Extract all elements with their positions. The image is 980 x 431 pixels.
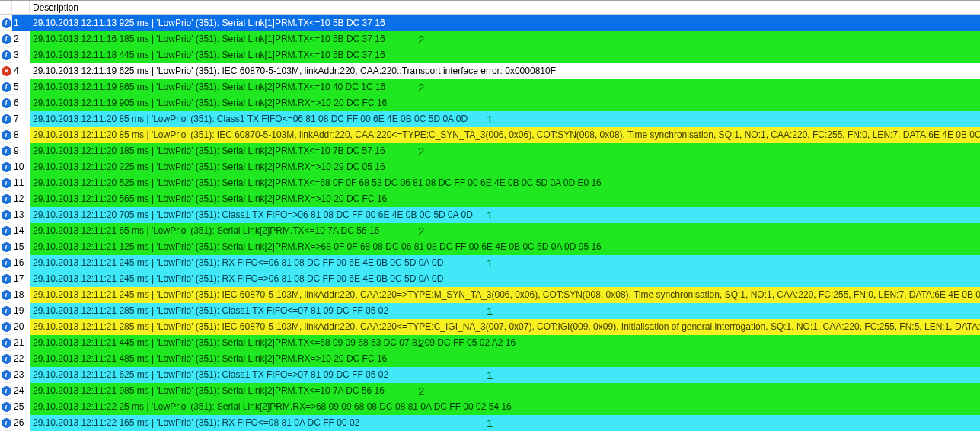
row-icon-cell bbox=[0, 34, 12, 44]
header-icon-col[interactable] bbox=[0, 1, 12, 14]
error-icon bbox=[2, 66, 11, 76]
info-icon bbox=[2, 114, 11, 124]
row-text: 29.10.2013 12:11:21 285 ms | 'LowPrio' (… bbox=[33, 321, 980, 332]
row-description: 29.10.2013 12:11:21 985 ms | 'LowPrio' (… bbox=[30, 383, 980, 399]
row-number: 6 bbox=[12, 95, 30, 111]
row-text: 29.10.2013 12:11:21 245 ms | 'LowPrio' (… bbox=[33, 257, 443, 268]
log-row[interactable]: 829.10.2013 12:11:20 85 ms | 'LowPrio' (… bbox=[0, 127, 980, 143]
row-number: 21 bbox=[12, 335, 30, 351]
row-text: 29.10.2013 12:11:20 705 ms | 'LowPrio' (… bbox=[33, 209, 473, 220]
log-row[interactable]: 2629.10.2013 12:11:22 165 ms | 'LowPrio'… bbox=[0, 415, 980, 431]
row-description: 29.10.2013 12:11:20 225 ms | 'LowPrio' (… bbox=[30, 159, 980, 175]
row-description: 29.10.2013 12:11:19 865 ms | 'LowPrio' (… bbox=[30, 79, 980, 95]
row-icon-cell bbox=[0, 162, 12, 172]
row-description: 29.10.2013 12:11:21 245 ms | 'LowPrio' (… bbox=[30, 255, 980, 271]
log-row[interactable]: 1029.10.2013 12:11:20 225 ms | 'LowPrio'… bbox=[0, 159, 980, 175]
row-description: 29.10.2013 12:11:21 445 ms | 'LowPrio' (… bbox=[30, 335, 980, 351]
row-text: 29.10.2013 12:11:22 25 ms | 'LowPrio' (3… bbox=[33, 401, 512, 412]
log-row[interactable]: 1329.10.2013 12:11:20 705 ms | 'LowPrio'… bbox=[0, 207, 980, 223]
row-number: 15 bbox=[12, 239, 30, 255]
log-row[interactable]: 2529.10.2013 12:11:22 25 ms | 'LowPrio' … bbox=[0, 399, 980, 415]
row-annotation: 2 bbox=[418, 383, 424, 399]
row-number: 18 bbox=[12, 287, 30, 303]
log-row[interactable]: 1729.10.2013 12:11:21 245 ms | 'LowPrio'… bbox=[0, 271, 980, 287]
log-row[interactable]: 529.10.2013 12:11:19 865 ms | 'LowPrio' … bbox=[0, 79, 980, 95]
info-icon bbox=[2, 274, 11, 284]
row-text: 29.10.2013 12:11:20 85 ms | 'LowPrio' (3… bbox=[33, 113, 468, 124]
info-icon bbox=[2, 98, 11, 108]
info-icon bbox=[2, 354, 11, 364]
row-text: 29.10.2013 12:11:21 625 ms | 'LowPrio' (… bbox=[33, 369, 388, 380]
row-description: 29.10.2013 12:11:21 285 ms | 'LowPrio' (… bbox=[30, 319, 980, 335]
row-icon-cell bbox=[0, 370, 12, 380]
log-row[interactable]: 2329.10.2013 12:11:21 625 ms | 'LowPrio'… bbox=[0, 367, 980, 383]
info-icon bbox=[2, 194, 11, 204]
row-number: 7 bbox=[12, 111, 30, 127]
row-number: 2 bbox=[12, 31, 30, 47]
log-row[interactable]: 329.10.2013 12:11:18 445 ms | 'LowPrio' … bbox=[0, 47, 980, 63]
row-annotation: 1 bbox=[487, 207, 493, 223]
row-text: 29.10.2013 12:11:21 285 ms | 'LowPrio' (… bbox=[33, 305, 388, 316]
row-annotation: 1 bbox=[487, 367, 493, 383]
row-description: 29.10.2013 12:11:22 165 ms | 'LowPrio' (… bbox=[30, 415, 980, 431]
row-description: 29.10.2013 12:11:20 85 ms | 'LowPrio' (3… bbox=[30, 127, 980, 143]
row-number: 20 bbox=[12, 319, 30, 335]
log-row[interactable]: 729.10.2013 12:11:20 85 ms | 'LowPrio' (… bbox=[0, 111, 980, 127]
info-icon bbox=[2, 306, 11, 316]
log-row[interactable]: 1229.10.2013 12:11:20 565 ms | 'LowPrio'… bbox=[0, 191, 980, 207]
log-row[interactable]: 1529.10.2013 12:11:21 125 ms | 'LowPrio'… bbox=[0, 239, 980, 255]
row-text: 29.10.2013 12:11:21 125 ms | 'LowPrio' (… bbox=[33, 241, 602, 252]
log-row[interactable]: 2429.10.2013 12:11:21 985 ms | 'LowPrio'… bbox=[0, 383, 980, 399]
row-icon-cell bbox=[0, 258, 12, 268]
header-description-col[interactable]: Description bbox=[30, 1, 980, 15]
info-icon bbox=[2, 178, 11, 188]
log-row[interactable]: 1129.10.2013 12:11:20 525 ms | 'LowPrio'… bbox=[0, 175, 980, 191]
row-annotation: 2 bbox=[418, 143, 424, 159]
row-icon-cell bbox=[0, 306, 12, 316]
row-number: 19 bbox=[12, 303, 30, 319]
info-icon bbox=[2, 162, 11, 172]
info-icon bbox=[2, 130, 11, 140]
row-description: 29.10.2013 12:11:22 25 ms | 'LowPrio' (3… bbox=[30, 399, 980, 415]
row-number: 14 bbox=[12, 223, 30, 239]
log-row[interactable]: 2029.10.2013 12:11:21 285 ms | 'LowPrio'… bbox=[0, 319, 980, 335]
row-text: 29.10.2013 12:11:19 865 ms | 'LowPrio' (… bbox=[33, 81, 385, 92]
row-text: 29.10.2013 12:11:20 85 ms | 'LowPrio' (3… bbox=[33, 129, 980, 140]
row-text: 29.10.2013 12:11:21 65 ms | 'LowPrio' (3… bbox=[33, 225, 379, 236]
row-description: 29.10.2013 12:11:13 925 ms | 'LowPrio' (… bbox=[30, 15, 980, 31]
log-row[interactable]: 629.10.2013 12:11:19 905 ms | 'LowPrio' … bbox=[0, 95, 980, 111]
row-description: 29.10.2013 12:11:20 525 ms | 'LowPrio' (… bbox=[30, 175, 980, 191]
row-text: 29.10.2013 12:11:22 165 ms | 'LowPrio' (… bbox=[33, 417, 359, 428]
row-description: 29.10.2013 12:11:20 705 ms | 'LowPrio' (… bbox=[30, 207, 980, 223]
header-number-col[interactable] bbox=[12, 1, 30, 14]
row-description: 29.10.2013 12:11:21 285 ms | 'LowPrio' (… bbox=[30, 303, 980, 319]
info-icon bbox=[2, 226, 11, 236]
row-number: 23 bbox=[12, 367, 30, 383]
log-row[interactable]: 429.10.2013 12:11:19 625 ms | 'LowPrio' … bbox=[0, 63, 980, 79]
row-number: 26 bbox=[12, 415, 30, 431]
info-icon bbox=[2, 258, 11, 268]
info-icon bbox=[2, 322, 11, 332]
row-icon-cell bbox=[0, 146, 12, 156]
log-row[interactable]: 229.10.2013 12:11:16 185 ms | 'LowPrio' … bbox=[0, 31, 980, 47]
log-row[interactable]: 1829.10.2013 12:11:21 245 ms | 'LowPrio'… bbox=[0, 287, 980, 303]
row-icon-cell bbox=[0, 82, 12, 92]
log-row[interactable]: 2129.10.2013 12:11:21 445 ms | 'LowPrio'… bbox=[0, 335, 980, 351]
log-row[interactable]: 929.10.2013 12:11:20 185 ms | 'LowPrio' … bbox=[0, 143, 980, 159]
row-description: 29.10.2013 12:11:19 625 ms | 'LowPrio' (… bbox=[30, 63, 980, 79]
row-number: 8 bbox=[12, 127, 30, 143]
log-row[interactable]: 2229.10.2013 12:11:21 485 ms | 'LowPrio'… bbox=[0, 351, 980, 367]
row-number: 24 bbox=[12, 383, 30, 399]
row-number: 12 bbox=[12, 191, 30, 207]
row-text: 29.10.2013 12:11:13 925 ms | 'LowPrio' (… bbox=[33, 18, 385, 28]
row-number: 17 bbox=[12, 271, 30, 287]
log-row[interactable]: 129.10.2013 12:11:13 925 ms | 'LowPrio' … bbox=[0, 15, 980, 31]
log-row[interactable]: 1429.10.2013 12:11:21 65 ms | 'LowPrio' … bbox=[0, 223, 980, 239]
log-row[interactable]: 1629.10.2013 12:11:21 245 ms | 'LowPrio'… bbox=[0, 255, 980, 271]
info-icon bbox=[2, 242, 11, 252]
info-icon bbox=[2, 386, 11, 396]
log-row[interactable]: 1929.10.2013 12:11:21 285 ms | 'LowPrio'… bbox=[0, 303, 980, 319]
row-number: 5 bbox=[12, 79, 30, 95]
row-icon-cell bbox=[0, 130, 12, 140]
row-description: 29.10.2013 12:11:20 185 ms | 'LowPrio' (… bbox=[30, 143, 980, 159]
